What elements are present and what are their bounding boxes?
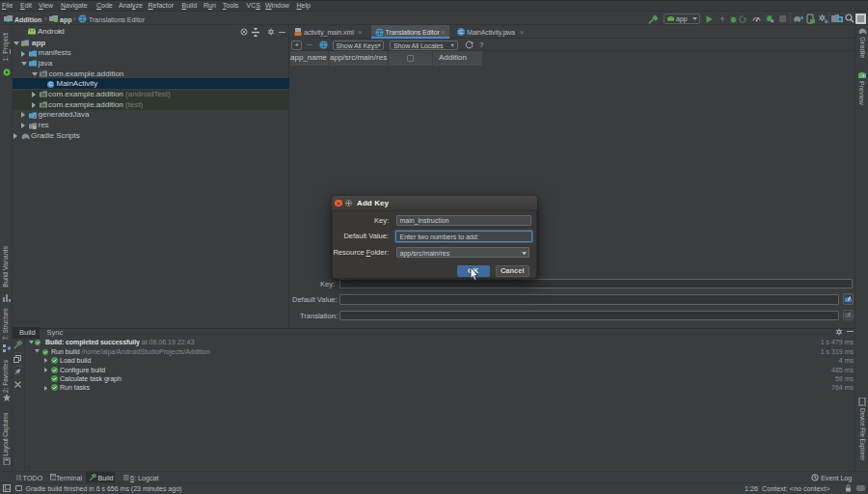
svg-text:C: C	[459, 29, 464, 35]
svg-text:C: C	[49, 81, 53, 87]
